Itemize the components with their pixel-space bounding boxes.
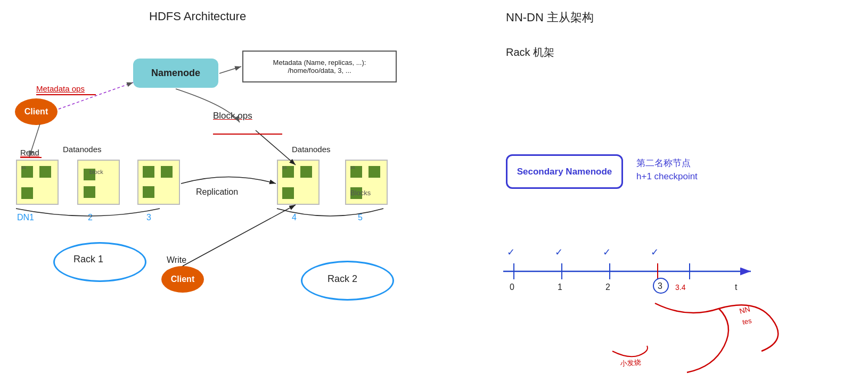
client-left: Client [15, 98, 58, 125]
right-title: NN-DN 主从架构 [506, 10, 594, 26]
rack2-label: Rack 2 [327, 273, 357, 285]
dn5-label: 5 [358, 213, 363, 222]
svg-text:1: 1 [558, 283, 562, 292]
p1-label-4: p1 [282, 165, 287, 170]
svg-text:小发烧: 小发烧 [620, 358, 641, 368]
diagram-arrows: ✓ ✓ ✓ ✓ 0 1 2 3 3.4 t NN tes 小发烧 [0, 0, 868, 382]
svg-text:2: 2 [605, 283, 610, 292]
datanodes-right-label: Datanodes [292, 145, 331, 154]
datanode-5: p1 [345, 160, 388, 205]
secondary-nn-chinese-label: 第二名称节点 [636, 157, 691, 169]
p1-label-1: p1 [21, 165, 26, 170]
svg-text:t: t [735, 283, 738, 292]
svg-text:✓: ✓ [555, 247, 563, 258]
svg-text:3: 3 [658, 281, 662, 290]
p1-label-5: p1 [350, 165, 355, 170]
block-icon-7 [161, 166, 173, 178]
block-ops-label: Block ops [213, 111, 252, 121]
svg-text:NN: NN [739, 304, 751, 315]
block-icon-8 [143, 186, 154, 198]
block-text: block [89, 169, 103, 175]
secondary-namenode-box: Secondary Namenode [506, 154, 623, 189]
datanode-1: p1 [16, 160, 59, 205]
svg-text:3.4: 3.4 [675, 283, 686, 292]
svg-text:✓: ✓ [603, 247, 611, 258]
secondary-nn-checkpoint-label: h+1 checkpoint [636, 171, 698, 182]
datanodes-left-label: Datanodes [63, 145, 102, 154]
svg-text:tes: tes [742, 317, 752, 326]
block-icon-10 [300, 166, 312, 178]
dn4-label: 4 [292, 213, 297, 222]
dn3-label: 3 [146, 213, 151, 222]
datanode-3 [137, 160, 180, 205]
metadata-ops-label: Metadata ops [36, 84, 85, 93]
rack1-label: Rack 1 [73, 254, 103, 265]
block-icon-3 [21, 187, 33, 199]
block-icon-5 [84, 186, 95, 198]
read-label: Read [20, 148, 39, 157]
block-icon-11 [282, 187, 294, 199]
write-label: Write [167, 255, 186, 265]
svg-text:0: 0 [510, 283, 514, 292]
metadata-box: Metadata (Name, replicas, ...): /home/fo… [242, 51, 397, 82]
block-icon-2 [39, 166, 51, 178]
svg-point-24 [653, 278, 668, 293]
block-icon-6 [143, 166, 154, 178]
replication-label: Replication [196, 187, 238, 197]
dn1-label: DN1 [17, 213, 34, 222]
datanode-4: p1 [277, 160, 320, 205]
main-title: HDFS Architecture [149, 10, 246, 23]
svg-text:✓: ✓ [507, 247, 515, 258]
datanode-2 [77, 160, 120, 205]
svg-line-7 [183, 205, 296, 266]
metadata-text: Metadata (Name, replicas, ...): /home/fo… [273, 59, 366, 74]
dn2-label: 2 [88, 213, 93, 222]
rack-label: Rack 机架 [506, 45, 554, 60]
svg-line-3 [219, 67, 241, 73]
svg-text:✓: ✓ [651, 247, 659, 258]
namenode-box: Namenode [133, 59, 218, 88]
blocks-text: Blocks [350, 189, 371, 197]
block-icon-13 [369, 166, 380, 178]
client-right: Client [161, 266, 204, 293]
